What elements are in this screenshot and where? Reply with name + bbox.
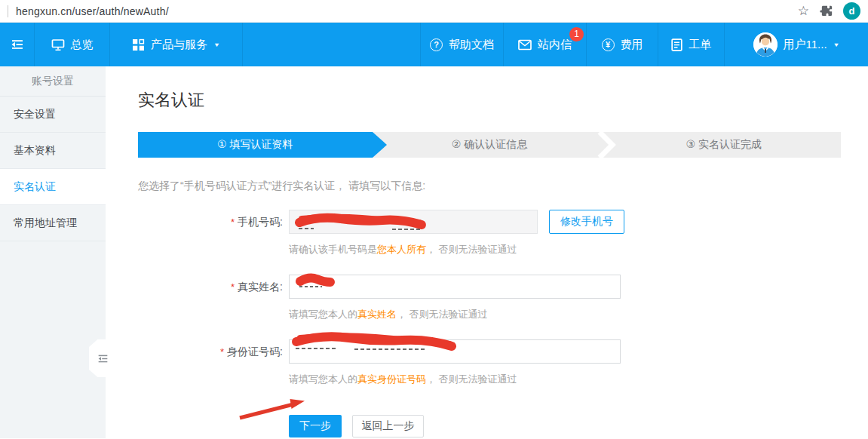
nav-label-tickets: 工单 — [689, 38, 711, 52]
realname-label: *真实姓名: — [138, 275, 283, 294]
page-title: 实名认证 — [138, 89, 841, 112]
idnumber-hint-emphasis: 真实身份证号码 — [357, 373, 426, 385]
step-1-fill-info: ① 填写认证资料 — [138, 132, 373, 158]
sidebar-collapse-button[interactable] — [0, 23, 34, 66]
phone-row: *手机号码: 修改手机号 — [138, 210, 841, 234]
phone-input[interactable] — [289, 210, 538, 234]
nav-item-user-menu[interactable]: 用户11... ▼ — [724, 23, 868, 66]
idnumber-input[interactable] — [289, 339, 621, 364]
step-2-confirm-info: ② 确认认证信息 — [373, 132, 607, 158]
monitor-icon — [51, 38, 65, 51]
grid-apps-icon — [132, 38, 145, 51]
step-progress-bar: ① 填写认证资料 ② 确认认证信息 ③ 实名认证完成 — [138, 132, 841, 158]
settings-sidebar: 账号设置 安全设置 基本资料 实名认证 常用地址管理 — [0, 66, 106, 438]
auth-form: *手机号码: 修改手机号 请确认该手机号码是您本人所有， 否则无法验证通过 *真… — [138, 210, 841, 437]
nav-label-products: 产品与服务 — [151, 38, 207, 52]
url-text[interactable]: hengxun.cn/user/auth/newAuth/ — [16, 5, 798, 17]
required-asterisk: * — [231, 216, 235, 228]
extensions-puzzle-icon[interactable] — [820, 5, 833, 17]
next-step-button[interactable]: 下一步 — [289, 415, 342, 437]
nav-label-billing: 费用 — [621, 38, 643, 52]
envelope-icon — [518, 39, 532, 51]
nav-item-products[interactable]: 产品与服务 ▼ — [109, 23, 242, 66]
sidebar-item-realname-auth[interactable]: 实名认证 — [0, 169, 106, 205]
nav-item-overview[interactable]: 总览 — [34, 23, 109, 66]
nav-spacer — [242, 23, 420, 66]
sidebar-toggle-handle[interactable] — [89, 339, 112, 377]
nav-item-billing[interactable]: ¥ 费用 — [586, 23, 658, 66]
realname-hint: 请填写您本人的真实姓名， 否则无法验证通过 — [289, 308, 841, 321]
idnumber-row: *身份证号码: — [138, 339, 841, 364]
realname-input[interactable] — [289, 275, 621, 299]
yen-icon: ¥ — [602, 38, 615, 51]
collapse-menu-icon — [10, 38, 25, 51]
collapse-menu-icon — [97, 353, 109, 364]
top-navbar: 总览 产品与服务 ▼ ? 帮助文档 站内信 1 ¥ 费用 — [0, 23, 868, 66]
realname-hint-emphasis: 真实姓名 — [357, 309, 397, 320]
sidebar-header: 账号设置 — [0, 66, 106, 97]
nav-item-help-docs[interactable]: ? 帮助文档 — [420, 23, 503, 66]
realname-row: *真实姓名: — [138, 275, 841, 299]
main-content: 实名认证 ① 填写认证资料 ② 确认认证信息 ③ 实名认证完成 您选择了“手机号… — [106, 66, 868, 438]
nav-label-help: 帮助文档 — [449, 38, 494, 52]
required-asterisk: * — [231, 281, 235, 293]
messages-badge: 1 — [569, 27, 584, 41]
phone-label: *手机号码: — [138, 210, 283, 229]
phone-hint-emphasis: 您本人所有 — [377, 244, 426, 255]
nav-label-overview: 总览 — [71, 38, 94, 52]
chevron-down-icon: ▼ — [213, 41, 220, 48]
browser-profile-avatar[interactable]: d — [843, 2, 860, 20]
help-question-icon: ? — [430, 38, 443, 51]
nav-label-messages: 站内信 — [538, 38, 572, 52]
required-asterisk: * — [220, 346, 224, 358]
sidebar-item-address-management[interactable]: 常用地址管理 — [0, 205, 106, 241]
nav-item-tickets[interactable]: 工单 — [658, 23, 724, 66]
idnumber-label: *身份证号码: — [138, 339, 283, 359]
sidebar-item-basic-info[interactable]: 基本资料 — [0, 133, 106, 169]
auth-instruction-text: 您选择了“手机号码认证方式”进行实名认证， 请填写以下信息: — [138, 180, 841, 193]
user-chevron-down-icon: ▼ — [833, 41, 840, 48]
step-3-complete: ③ 实名认证完成 — [606, 132, 841, 158]
browser-address-bar: hengxun.cn/user/auth/newAuth/ ☆ d — [0, 0, 868, 23]
nav-label-user: 用户11... — [784, 38, 827, 52]
bookmark-star-icon[interactable]: ☆ — [798, 5, 809, 17]
back-button[interactable]: 返回上一步 — [352, 415, 424, 437]
edit-phone-button[interactable]: 修改手机号 — [549, 210, 624, 234]
sidebar-item-security[interactable]: 安全设置 — [0, 97, 106, 133]
work-order-document-icon — [671, 38, 682, 51]
phone-hint: 请确认该手机号码是您本人所有， 否则无法验证通过 — [289, 243, 841, 256]
idnumber-hint: 请填写您本人的真实身份证号码， 否则无法验证通过 — [289, 373, 841, 386]
url-divider — [8, 5, 8, 17]
nav-item-messages[interactable]: 站内信 1 — [503, 23, 586, 66]
user-avatar — [753, 32, 778, 57]
